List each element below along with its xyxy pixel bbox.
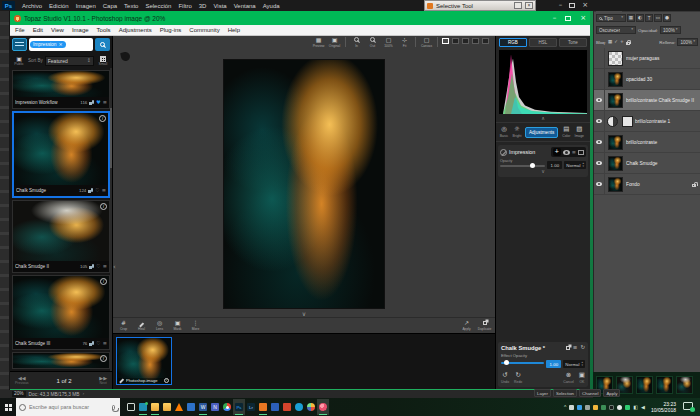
menu-seleccion[interactable]: Selección [145,3,171,9]
layer-mask-thumbnail[interactable] [622,116,633,127]
apply-button[interactable]: ↗Apply [460,320,473,331]
app-orange[interactable] [257,399,269,415]
desktop-thumbnail[interactable] [676,376,693,394]
blend-mode-select[interactable]: Normal ▴▾ [564,161,586,169]
add-effect-icon[interactable]: + [553,148,561,156]
visibility-toggle[interactable] [594,48,605,68]
preset-card-chalk-smudge[interactable]: i Chalk Smudge 124 ♡ ≡ [12,111,110,198]
tab-layer[interactable]: Layer [534,389,551,397]
effect-impression-block[interactable]: Impression + ≡ Opacity 1.00 [498,145,588,177]
effect-opacity-value[interactable]: 1.00 [546,360,561,368]
layer-thumbnail[interactable] [608,135,623,150]
favorite-icon[interactable]: ♥ [96,100,100,105]
lock-all-icon[interactable] [626,42,630,45]
tray-icon[interactable] [601,405,606,410]
layer-row-mujer-paraguas[interactable]: mujer paraguas [594,48,700,69]
tab-rgb[interactable]: RGB [499,38,527,47]
search-button[interactable] [95,38,110,51]
tray-icon[interactable] [593,405,598,410]
visibility-toggle[interactable] [594,174,605,194]
microphone-icon[interactable] [112,405,115,410]
tz-menu-image[interactable]: Image [72,27,89,33]
zoom-out-button[interactable]: Out [366,37,379,48]
info-icon[interactable]: i [100,203,107,210]
preset-scrollbar[interactable] [110,68,112,371]
opacity-slider[interactable] [500,165,545,167]
start-button[interactable] [0,398,16,416]
ok-button[interactable]: ▣OK [579,372,585,384]
layer-filter-select[interactable]: Tipo ▾ [596,14,626,22]
tz-menu-plugins[interactable]: Plug-ins [160,27,182,33]
app-red[interactable] [281,399,293,415]
filter-type-icon[interactable]: T [645,14,653,22]
topaz-titlebar[interactable]: Topaz Studio V1.10.1 - Photoshop image @… [10,11,590,25]
view-sidebyside-button[interactable] [462,38,469,44]
zoom-100-button[interactable]: ▢100% [382,37,395,48]
lock-paint-icon[interactable]: ✓ [614,40,618,45]
undo-button[interactable]: ↺Undo [501,372,509,384]
preview-button[interactable]: ▦Preview [312,37,325,48]
topaz-minimize-icon[interactable]: – [553,15,557,22]
app-word[interactable]: W [197,399,209,415]
app-file-explorer[interactable] [149,399,161,415]
minimize-icon[interactable]: – [559,2,563,9]
lock-position-icon[interactable]: + [620,40,624,45]
zoom-level[interactable]: 20% [12,391,26,397]
effect-delete-icon[interactable] [578,150,584,155]
canvas-button[interactable]: ▢Canvas [420,37,433,48]
more-button[interactable]: ⋮More [189,320,202,331]
layer-row-chalk-smudge[interactable]: Chalk Smudge [594,153,700,174]
canvas-image[interactable] [224,60,384,308]
layer-fill-select[interactable]: 100% ▾ [677,38,698,46]
tray-icon[interactable] [617,405,622,410]
app-chrome[interactable] [221,399,233,415]
app-folder[interactable] [161,399,173,415]
collapse-left-panel-icon[interactable]: ‹ [113,264,116,271]
app-vlc[interactable] [173,399,185,415]
crop-button[interactable]: #Crop [117,320,130,331]
public-presets-button[interactable]: ▣ Public [12,56,26,66]
menu-capa[interactable]: Capa [103,3,117,9]
tray-icon[interactable] [625,405,630,410]
clear-tag-icon[interactable]: × [58,42,62,47]
tray-volume-icon[interactable]: ◀ [641,404,645,410]
view-split-h-button[interactable] [472,38,479,44]
layer-thumbnail[interactable] [608,72,623,87]
search-input[interactable] [29,404,109,410]
favorite-icon[interactable]: ♡ [96,341,100,346]
tab-hsl[interactable]: HSL [529,38,557,47]
like-icon[interactable] [89,341,94,346]
selective-tool-window[interactable]: Selective Tool × [424,0,536,11]
tz-menu-community[interactable]: Community [189,27,219,33]
preset-card-chalk-smudge-3[interactable]: i Chalk Smudge III 76 ♡ ≡ [12,275,110,350]
photoshop-tools-sliver[interactable] [0,11,10,390]
favorite-icon[interactable]: ♡ [96,264,100,269]
view-compare-button[interactable] [482,38,489,44]
like-icon[interactable] [89,100,94,105]
app-browser[interactable] [305,399,317,415]
preset-menu-icon[interactable]: ≡ [103,100,107,105]
collapse-bottom-icon[interactable]: ∨ [302,311,306,317]
filter-smart-icon[interactable]: ● [663,14,671,22]
next-page-button[interactable]: ▶▶ Next [99,376,107,385]
restore-icon[interactable] [569,3,575,8]
menu-vista[interactable]: Vista [213,3,226,9]
tray-icon[interactable] [585,405,590,410]
adjustment-layer-icon[interactable] [607,116,618,127]
tab-tone[interactable]: Tone [559,38,587,47]
app-blue[interactable] [269,399,281,415]
adjustments-button[interactable]: Adjustments [525,127,558,138]
tab-apply[interactable]: Apply [603,389,620,397]
lens-button[interactable]: ◎Lens [153,320,166,331]
desktop-thumbnail[interactable] [636,376,653,394]
preset-card-impression-workflow[interactable]: Impression Workflow 116 ♥ ≡ [12,70,110,109]
visibility-toggle[interactable] [594,90,605,110]
tab-channel[interactable]: Channel [579,389,601,397]
filter-pixel-icon[interactable]: ▦ [627,14,635,22]
tray-icon[interactable] [577,405,582,410]
layer-row-brillo-contraste-1[interactable]: brillo/contraste 1 [594,111,700,132]
tray-network-icon[interactable]: ◧ [633,404,638,410]
film-thumbnail[interactable]: Photoshop-image i [116,337,172,385]
menu-3d[interactable]: 3D [199,3,207,9]
original-button[interactable]: ▣Original [328,37,341,48]
